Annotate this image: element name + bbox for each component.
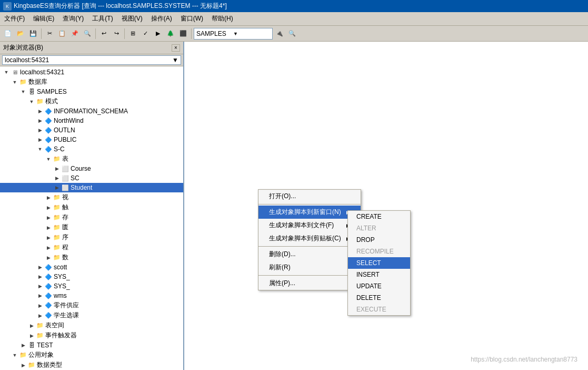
tree-item-event-trigger[interactable]: ▶ 📁 事件触发器 <box>0 330 183 340</box>
server-dropdown[interactable]: localhost:54321 ▼ <box>2 55 181 65</box>
tb-stop[interactable]: ⬛ <box>177 28 189 40</box>
tree-item-db-folder[interactable]: ▼ 📁 数据库 <box>0 77 183 87</box>
db-selector[interactable]: SAMPLES ▼ <box>194 28 273 40</box>
tb-undo[interactable]: ↩ <box>98 28 109 40</box>
ctx-sep3 <box>258 275 361 276</box>
tree-item-parts[interactable]: ▶ 🔷 零件供应 <box>0 300 183 310</box>
content-panel: 打开(O)... 生成对象脚本到新窗口(N) ▶ 生成对象脚本到文件(F) ▶ … <box>184 42 588 370</box>
tree-item-sys2[interactable]: ▶ 🔷 SYS_ <box>0 281 183 291</box>
tree-label-sc-schema: S-C <box>54 145 65 153</box>
menu-help[interactable]: 帮助(H) <box>207 13 237 24</box>
tb-open[interactable]: 📂 <box>15 28 26 40</box>
sub-drop[interactable]: DROP <box>348 234 410 246</box>
tree-item-groups[interactable]: ▶ 📁 匮 <box>0 222 183 232</box>
tree-item-tables-folder[interactable]: ▼ 📁 表 <box>0 154 183 164</box>
ctx-script-clipboard[interactable]: 生成对象脚本到剪贴板(C) ▶ <box>258 232 361 245</box>
tree-item-sc-table[interactable]: ▶ ⬜ SC <box>0 173 183 183</box>
title-text: KingbaseES查询分析器 [查询 --- localhost.SAMPLE… <box>14 2 227 11</box>
sub-update[interactable]: UPDATE <box>348 280 410 292</box>
ctx-script-clipboard-label: 生成对象脚本到剪贴板(C) <box>269 234 341 243</box>
tb-find[interactable]: 🔍 <box>82 28 93 40</box>
panel-close-button[interactable]: × <box>172 44 180 52</box>
tree-item-triggers[interactable]: ▶ 📁 触 <box>0 202 183 212</box>
sc-table-icon: ⬜ <box>61 174 69 182</box>
tree-item-info-schema[interactable]: ▶ 🔷 INFORMATION_SCHEMA <box>0 106 183 116</box>
tree-item-server[interactable]: ▼ 🖥 localhost:54321 <box>0 67 183 77</box>
menu-tools[interactable]: 工具(T) <box>88 13 117 24</box>
tree-view[interactable]: ▼ 🖥 localhost:54321 ▼ 📁 数据库 ▼ 🗄 SAMPLES <box>0 66 183 370</box>
sub-delete[interactable]: DELETE <box>348 292 410 304</box>
ctx-script-file[interactable]: 生成对象脚本到文件(F) ▶ <box>258 219 361 232</box>
ctx-open[interactable]: 打开(O)... <box>258 190 361 203</box>
tree-label-scott: scott <box>54 264 67 271</box>
tree-item-storage[interactable]: ▶ 📁 存 <box>0 212 183 222</box>
parts-icon: 🔷 <box>44 301 53 310</box>
tree-label-schemas: 模式 <box>45 97 58 106</box>
ctx-properties-label: 属性(P)... <box>269 279 295 288</box>
sub-create[interactable]: CREATE <box>348 211 410 222</box>
menu-edit[interactable]: 编辑(E) <box>29 13 58 24</box>
tb-save[interactable]: 💾 <box>27 28 39 40</box>
tb-arrow[interactable]: ▶ <box>152 28 164 40</box>
sub-create-label: CREATE <box>356 213 382 220</box>
procs-icon: 📁 <box>53 244 61 252</box>
tree-item-views[interactable]: ▶ 📁 视 <box>0 192 183 202</box>
tb-redo[interactable]: ↪ <box>111 28 122 40</box>
tb-grid[interactable]: ⊞ <box>127 28 138 40</box>
watermark: https://blog.csdn.net/lanchengtan8773 <box>471 356 577 363</box>
tree-item-public[interactable]: ▶ 🔷 PUBLIC <box>0 135 183 144</box>
tree-item-procs[interactable]: ▶ 📁 程 <box>0 242 183 252</box>
tb-search[interactable]: 🔍 <box>286 28 298 40</box>
tables-folder-icon: 📁 <box>53 155 61 163</box>
tb-new[interactable]: 📄 <box>2 28 14 40</box>
wms-icon: 🔷 <box>44 291 53 300</box>
tree-item-sequences[interactable]: ▶ 📁 序 <box>0 232 183 242</box>
tree-label-tables-folder: 表 <box>62 154 68 163</box>
ctx-script-new[interactable]: 生成对象脚本到新窗口(N) ▶ <box>258 206 361 219</box>
sub-insert-label: INSERT <box>356 271 380 278</box>
tree-item-data[interactable]: ▶ 📁 数 <box>0 252 183 262</box>
tb-check[interactable]: ✓ <box>139 28 151 40</box>
ctx-refresh[interactable]: 刷新(R) <box>258 261 361 274</box>
tree-item-public-objs[interactable]: ▼ 📁 公用对象 <box>0 350 183 360</box>
student-icon: ⬜ <box>61 183 69 192</box>
tree-item-sys1[interactable]: ▶ 🔷 SYS_ <box>0 272 183 281</box>
menu-view[interactable]: 视图(V) <box>117 13 147 24</box>
ctx-delete[interactable]: 删除(D)... <box>258 248 361 261</box>
triggers-icon: 📁 <box>53 203 61 212</box>
ctx-script-file-label: 生成对象脚本到文件(F) <box>269 221 334 230</box>
ctx-properties[interactable]: 属性(P)... <box>258 277 361 290</box>
sub-select[interactable]: SELECT <box>348 257 410 269</box>
sys1-icon: 🔷 <box>44 272 53 281</box>
tb-tree[interactable]: 🌲 <box>165 28 176 40</box>
sys2-icon: 🔷 <box>44 282 53 290</box>
menu-action[interactable]: 操作(A) <box>147 13 176 24</box>
tree-item-samples[interactable]: ▼ 🗄 SAMPLES <box>0 87 183 96</box>
tb-paste[interactable]: 📌 <box>69 28 81 40</box>
tb-copy[interactable]: 📋 <box>56 28 68 40</box>
tree-item-sc-schema[interactable]: ▼ 🔷 S-C <box>0 144 183 154</box>
menu-window[interactable]: 窗口(W) <box>176 13 207 24</box>
sub-select-label: SELECT <box>356 259 381 267</box>
sub-insert[interactable]: INSERT <box>348 269 410 280</box>
schemas-icon: 📁 <box>36 98 44 106</box>
tree-item-wms[interactable]: ▶ 🔷 wms <box>0 291 183 300</box>
tree-item-student[interactable]: ▶ ⬜ Student <box>0 183 183 192</box>
tree-item-student-sel[interactable]: ▶ 🔷 学生选课 <box>0 310 183 320</box>
server-dropdown-arrow: ▼ <box>172 56 178 64</box>
tree-item-outln[interactable]: ▶ 🔷 OUTLN <box>0 125 183 135</box>
tree-item-datatypes[interactable]: ▶ 📁 数据类型 <box>0 360 183 370</box>
tree-item-scott[interactable]: ▶ 🔷 scott <box>0 262 183 272</box>
tree-label-parts: 零件供应 <box>54 301 79 310</box>
tree-item-course[interactable]: ▶ ⬜ Course <box>0 164 183 173</box>
menu-file[interactable]: 文件(F) <box>0 13 29 24</box>
tb-cut[interactable]: ✂ <box>44 28 55 40</box>
toolbar: 📄 📂 💾 ✂ 📋 📌 🔍 ↩ ↪ ⊞ ✓ ▶ 🌲 ⬛ SAMPLES ▼ 🔌 … <box>0 26 588 42</box>
tree-label-server: localhost:54321 <box>20 69 64 76</box>
menu-query[interactable]: 查询(Y) <box>58 13 88 24</box>
tree-item-test[interactable]: ▶ 🗄 TEST <box>0 340 183 350</box>
tb-connect[interactable]: 🔌 <box>274 28 285 40</box>
tree-item-schemas[interactable]: ▼ 📁 模式 <box>0 96 183 106</box>
tree-item-tablespace[interactable]: ▶ 📁 表空间 <box>0 320 183 330</box>
tree-item-northwind[interactable]: ▶ 🔷 NorthWind <box>0 116 183 125</box>
